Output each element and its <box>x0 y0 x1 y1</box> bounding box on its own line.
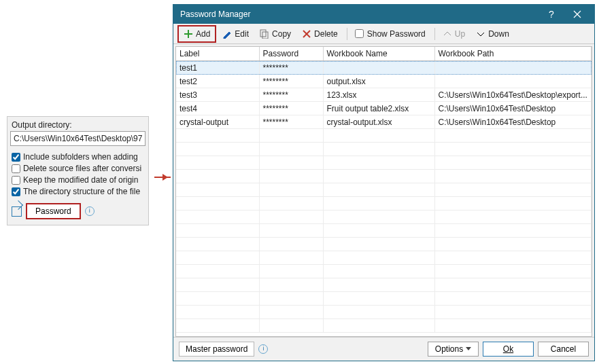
cell <box>434 238 592 251</box>
checkbox[interactable] <box>12 153 20 162</box>
check-include-subfolders[interactable]: Include subfolders when adding <box>12 152 146 162</box>
edit-button[interactable]: Edit <box>218 26 254 41</box>
cell <box>434 129 592 143</box>
ok-button[interactable]: Ok <box>483 342 534 357</box>
copy-icon <box>260 29 269 39</box>
cell <box>323 156 434 170</box>
cell <box>434 156 592 170</box>
cell: C:\Users\Win10x64Test\Desktop <box>434 115 592 129</box>
cell <box>176 170 259 183</box>
cell: output.xlsx <box>323 75 434 88</box>
cell: C:\Users\Win10x64Test\Desktop\export... <box>434 88 592 102</box>
cancel-button[interactable]: Cancel <box>538 342 589 357</box>
table-row[interactable] <box>176 224 592 238</box>
table-row[interactable] <box>176 319 592 333</box>
cell <box>323 251 434 265</box>
dialog-bottom-bar: Master password i Options Ok Cancel <box>173 337 594 361</box>
master-password-button[interactable]: Master password <box>179 342 254 357</box>
add-button[interactable]: Add <box>177 25 216 43</box>
cell <box>259 143 323 156</box>
check-label: The directory structure of the file <box>23 187 140 196</box>
table-row[interactable]: crystal-output********crystal-output.xls… <box>176 115 592 129</box>
cell <box>434 143 592 156</box>
cell: 123.xlsx <box>323 88 434 102</box>
cell <box>176 183 259 197</box>
close-button[interactable] <box>564 5 590 24</box>
table-row[interactable]: test1******** <box>176 61 592 75</box>
toolbar: Add Edit Copy Delete Show Password Up Do… <box>173 24 594 44</box>
delete-button[interactable]: Delete <box>297 26 343 41</box>
cell <box>259 183 323 197</box>
cell <box>323 211 434 224</box>
cell <box>176 251 259 265</box>
table-row[interactable]: test3********123.xlsxC:\Users\Win10x64Te… <box>176 88 592 102</box>
cell <box>323 143 434 156</box>
col-workbook-path[interactable]: Workbook Path <box>434 47 592 61</box>
cell <box>323 265 434 278</box>
cell <box>176 319 259 333</box>
cell <box>434 211 592 224</box>
table-row[interactable]: test2********output.xlsx <box>176 75 592 88</box>
col-password[interactable]: Password <box>259 47 323 61</box>
check-directory-structure[interactable]: The directory structure of the file <box>12 187 146 196</box>
cell: crystal-output <box>176 115 259 129</box>
cell <box>259 292 323 306</box>
table-row[interactable] <box>176 211 592 224</box>
cell <box>323 197 434 211</box>
table-row[interactable] <box>176 292 592 306</box>
checkbox[interactable] <box>12 187 20 196</box>
password-button[interactable]: Password <box>26 203 81 219</box>
check-keep-modified-date[interactable]: Keep the modified date of origin <box>12 175 146 185</box>
up-button[interactable]: Up <box>438 26 470 41</box>
svg-rect-4 <box>260 30 266 37</box>
table-row[interactable] <box>176 251 592 265</box>
output-directory-field[interactable]: C:\Users\Win10x64Test\Desktop\97 <box>10 131 146 146</box>
info-icon[interactable]: i <box>85 206 95 216</box>
close-icon <box>573 10 581 18</box>
show-password-toggle[interactable]: Show Password <box>350 26 430 41</box>
checkbox[interactable] <box>12 164 20 173</box>
table-row[interactable] <box>176 238 592 251</box>
table-row[interactable] <box>176 197 592 211</box>
cell: test3 <box>176 88 259 102</box>
cell: Fruit output table2.xlsx <box>323 102 434 115</box>
table-row[interactable] <box>176 129 592 143</box>
table-row[interactable] <box>176 170 592 183</box>
col-workbook-name[interactable]: Workbook Name <box>323 47 434 61</box>
svg-rect-5 <box>262 32 268 39</box>
cell <box>176 211 259 224</box>
check-label: Keep the modified date of origin <box>23 175 138 185</box>
cell <box>259 278 323 292</box>
down-button[interactable]: Down <box>471 26 514 41</box>
table-row[interactable] <box>176 278 592 292</box>
chevron-down-icon <box>466 347 471 353</box>
cell: C:\Users\Win10x64Test\Desktop <box>434 102 592 115</box>
cell <box>176 156 259 170</box>
password-table[interactable]: Label Password Workbook Name Workbook Pa… <box>175 46 592 337</box>
options-button[interactable]: Options <box>428 342 479 357</box>
help-button[interactable]: ? <box>538 5 564 24</box>
checkbox[interactable] <box>355 29 364 38</box>
table-row[interactable] <box>176 143 592 156</box>
table-row[interactable] <box>176 183 592 197</box>
table-row[interactable] <box>176 306 592 319</box>
check-delete-source[interactable]: Delete source files after conversi <box>12 164 146 173</box>
info-icon[interactable]: i <box>258 344 268 354</box>
password-manager-dialog: Password Manager ? Add Edit Copy Delete … <box>173 4 595 361</box>
cell <box>434 170 592 183</box>
cell: ******** <box>259 88 323 102</box>
cell <box>259 211 323 224</box>
table-row[interactable]: test4********Fruit output table2.xlsxC:\… <box>176 102 592 115</box>
cell <box>434 251 592 265</box>
cell <box>434 265 592 278</box>
copy-button[interactable]: Copy <box>255 26 296 41</box>
table-row[interactable] <box>176 265 592 278</box>
cell: test2 <box>176 75 259 88</box>
col-label[interactable]: Label <box>176 47 259 61</box>
btn-label: Up <box>455 29 465 39</box>
cell <box>259 319 323 333</box>
checkbox[interactable] <box>12 176 20 185</box>
table-row[interactable] <box>176 156 592 170</box>
open-external-icon[interactable] <box>12 206 22 217</box>
btn-label: Delete <box>314 29 338 39</box>
